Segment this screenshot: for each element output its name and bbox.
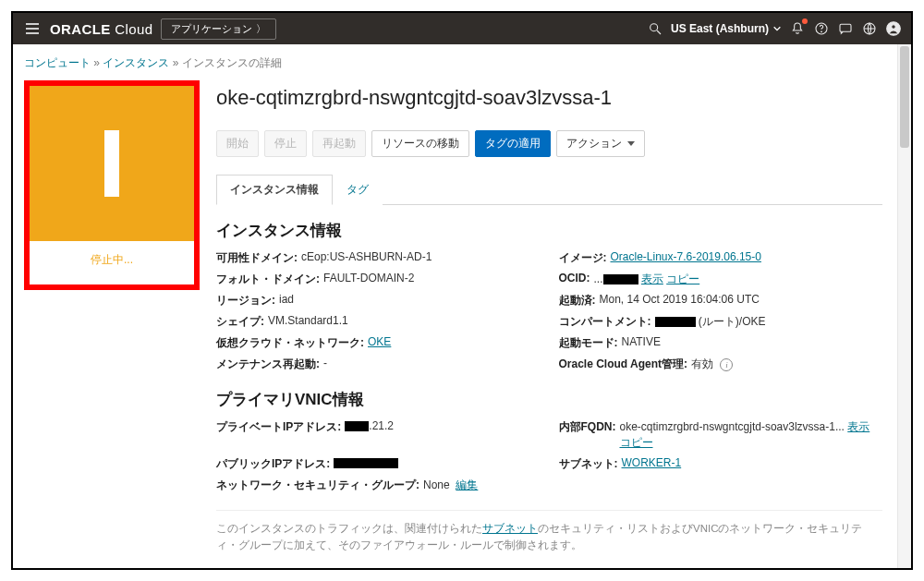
brand-light: Cloud (115, 21, 152, 37)
region-selector[interactable]: US East (Ashburn) (671, 22, 782, 35)
redacted-public-ip (334, 458, 398, 468)
apply-tags-button[interactable]: タグの適用 (475, 130, 551, 157)
image-link[interactable]: Oracle-Linux-7.6-2019.06.15-0 (611, 250, 761, 263)
brand-logo[interactable]: ORACLE Cloud (50, 21, 153, 37)
menu-icon[interactable] (22, 19, 43, 38)
announcements-icon[interactable] (789, 20, 806, 37)
section-heading-vnic: プライマリVNIC情報 (216, 389, 882, 410)
field-launched: 起動済: Mon, 14 Oct 2019 16:04:06 UTC (559, 293, 883, 309)
globe-icon[interactable] (861, 20, 878, 37)
breadcrumb-current: インスタンスの詳細 (182, 56, 282, 69)
field-subnet: サブネット: WORKER-1 (559, 456, 883, 472)
subnet-link[interactable]: WORKER-1 (622, 456, 682, 469)
scrollbar[interactable] (897, 44, 911, 568)
section-instance-info: インスタンス情報 可用性ドメイン: cEop:US-ASHBURN-AD-1 イ… (216, 220, 882, 372)
field-region: リージョン: iad (216, 293, 541, 309)
field-ocid: OCID: ... 表示 コピー (559, 272, 883, 287)
field-launch-mode: 起動モード: NATIVE (559, 335, 883, 351)
field-fault-domain: フォルト・ドメイン: FAULT-DOMAIN-2 (216, 272, 541, 287)
page-title: oke-cqtimzrgbrd-nswgntcgjtd-soav3lzvssa-… (216, 86, 882, 110)
breadcrumb: コンピュート » インスタンス » インスタンスの詳細 (24, 55, 882, 71)
svg-point-3 (821, 31, 822, 32)
chevron-right-icon: 〉 (256, 22, 266, 36)
status-panel: 停止中... (24, 80, 200, 290)
svg-rect-4 (840, 24, 851, 31)
field-availability-domain: 可用性ドメイン: cEop:US-ASHBURN-AD-1 (216, 250, 541, 266)
actions-menu[interactable]: アクション (556, 130, 645, 157)
reboot-button: 再起動 (312, 130, 366, 157)
fqdn-show-link[interactable]: 表示 (847, 420, 869, 433)
profile-icon[interactable] (885, 20, 902, 37)
chevron-down-icon (772, 24, 782, 33)
status-caption: 停止中... (30, 241, 194, 284)
redacted-ocid (603, 274, 638, 284)
move-resource-button[interactable]: リソースの移動 (371, 130, 469, 157)
applications-menu[interactable]: アプリケーション 〉 (161, 18, 276, 40)
caret-down-icon (627, 141, 635, 146)
ocid-copy-link[interactable]: コピー (666, 272, 699, 285)
breadcrumb-compute[interactable]: コンピュート (24, 56, 91, 69)
tabs: インスタンス情報 タグ (216, 174, 882, 205)
applications-label: アプリケーション (171, 22, 252, 36)
stop-button: 停止 (264, 130, 307, 157)
search-icon[interactable] (647, 20, 663, 37)
breadcrumb-instances[interactable]: インスタンス (103, 56, 169, 69)
field-image: イメージ: Oracle-Linux-7.6-2019.06.15-0 (559, 250, 883, 266)
actions-label: アクション (566, 136, 622, 151)
field-vcn: 仮想クラウド・ネットワーク: OKE (216, 335, 541, 351)
field-compartment: コンパートメント: (ルート)/OKE (559, 314, 883, 330)
nsg-edit-link[interactable]: 編集 (456, 478, 478, 491)
section-heading-instance: インスタンス情報 (216, 220, 882, 241)
traffic-footnote: このインスタンスのトラフィックは、関連付けられたサブネットのセキュリティ・リスト… (216, 510, 882, 554)
brand-bold: ORACLE (50, 21, 111, 37)
scrollbar-thumb[interactable] (900, 46, 909, 148)
field-private-ip: プライベートIPアドレス: .21.2 (216, 419, 541, 451)
vcn-link[interactable]: OKE (368, 335, 391, 348)
field-public-ip: パブリックIPアドレス: (216, 456, 541, 472)
help-icon[interactable] (813, 20, 830, 37)
tab-instance-info[interactable]: インスタンス情報 (216, 175, 333, 205)
chat-icon[interactable] (837, 20, 854, 37)
fqdn-copy-link[interactable]: コピー (620, 436, 653, 449)
region-label: US East (Ashburn) (671, 22, 769, 35)
field-internal-fqdn: 内部FQDN: oke-cqtimzrgbrd-nswgntcgjtd-soav… (559, 419, 883, 451)
subnet-footnote-link[interactable]: サブネット (482, 523, 538, 534)
action-toolbar: 開始 停止 再起動 リソースの移動 タグの適用 アクション (216, 130, 882, 157)
start-button: 開始 (216, 130, 259, 157)
field-cloud-agent: Oracle Cloud Agent管理: 有効 i (559, 357, 883, 372)
tab-tags[interactable]: タグ (333, 175, 383, 205)
svg-point-7 (892, 25, 896, 30)
info-icon[interactable]: i (720, 358, 733, 371)
ocid-show-link[interactable]: 表示 (641, 272, 663, 285)
redacted-compartment (655, 317, 696, 327)
status-icon (30, 86, 194, 241)
notification-dot (802, 18, 808, 24)
redacted-private-ip (345, 421, 369, 431)
field-maintenance-reboot: メンテナンス再起動: - (216, 357, 541, 372)
top-navbar: ORACLE Cloud アプリケーション 〉 US East (Ashburn… (13, 13, 911, 44)
section-primary-vnic: プライマリVNIC情報 プライベートIPアドレス: .21.2 内部FQDN: (216, 389, 882, 493)
svg-line-1 (657, 30, 661, 34)
field-nsg: ネットワーク・セキュリティ・グループ: None 編集 (216, 478, 541, 493)
svg-point-0 (650, 24, 658, 31)
page-content: コンピュート » インスタンス » インスタンスの詳細 停止中... oke-c… (13, 44, 897, 568)
field-shape: シェイプ: VM.Standard1.1 (216, 314, 541, 330)
